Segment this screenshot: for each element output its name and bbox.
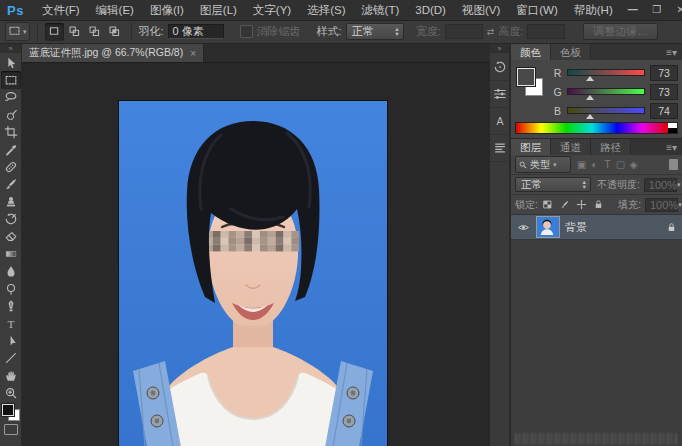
blur-tool[interactable] xyxy=(1,263,21,280)
pen-tool[interactable] xyxy=(1,297,21,314)
menu-9[interactable]: 视图(V) xyxy=(454,0,508,20)
menu-7[interactable]: 滤镜(T) xyxy=(354,0,408,20)
feather-input[interactable]: 0 像素 xyxy=(168,24,224,39)
paragraph-panel-icon[interactable] xyxy=(490,135,510,162)
history-brush-tool[interactable] xyxy=(1,211,21,228)
line-tool[interactable] xyxy=(1,350,21,367)
history-panel-icon[interactable] xyxy=(490,54,510,81)
fill-label: 填充: xyxy=(618,198,641,212)
menu-3[interactable]: 图像(I) xyxy=(142,0,192,20)
layer-thumbnail[interactable] xyxy=(536,216,560,238)
link-dimensions-icon[interactable]: ⇄ xyxy=(487,27,495,37)
lock-all-icon[interactable] xyxy=(593,199,604,210)
close-button[interactable]: ✕ xyxy=(669,0,682,20)
color-tab-2[interactable]: 色板 xyxy=(551,44,591,60)
channel-value[interactable]: 73 xyxy=(650,65,678,81)
filter-toggle-icon[interactable] xyxy=(669,159,678,170)
menu-6[interactable]: 选择(S) xyxy=(299,0,353,20)
eyedropper-tool[interactable] xyxy=(1,141,21,158)
menu-1[interactable]: 文件(F) xyxy=(34,0,88,20)
foreground-color-swatch[interactable] xyxy=(2,404,14,416)
channel-value[interactable]: 74 xyxy=(650,103,678,119)
lock-transparent-icon[interactable] xyxy=(542,199,553,210)
clone-stamp-tool[interactable] xyxy=(1,193,21,210)
adjustments-panel-icon[interactable] xyxy=(490,81,510,108)
menu-8[interactable]: 3D(D) xyxy=(407,0,454,20)
slider-thumb-icon[interactable] xyxy=(586,95,594,100)
document-tab[interactable]: 蓝底证件照.jpg @ 66.7%(RGB/8) × xyxy=(22,44,204,62)
menu-4[interactable]: 图层(L) xyxy=(192,0,245,20)
menu-5[interactable]: 文字(Y) xyxy=(245,0,299,20)
color-spectrum-bar[interactable] xyxy=(515,122,678,134)
quick-selection-tool[interactable] xyxy=(1,106,21,123)
document-tab-bar: 蓝底证件照.jpg @ 66.7%(RGB/8) × xyxy=(22,44,490,63)
gradient-tool[interactable] xyxy=(1,245,21,262)
hand-tool[interactable] xyxy=(1,367,21,384)
type-filter-icon[interactable]: T xyxy=(601,159,614,170)
rectangular-marquee-tool[interactable] xyxy=(1,71,21,88)
layer-visibility-eye-icon[interactable] xyxy=(516,223,531,232)
maximize-button[interactable]: ❐ xyxy=(645,0,669,20)
quick-mask-button[interactable] xyxy=(4,424,18,435)
spectrum-gradient[interactable] xyxy=(516,123,668,133)
lock-paint-icon[interactable] xyxy=(559,199,570,210)
eraser-tool[interactable] xyxy=(1,228,21,245)
antialias-checkbox[interactable] xyxy=(240,25,253,38)
panel-menu-icon[interactable]: ≡▾ xyxy=(661,44,682,60)
layer-name[interactable]: 背景 xyxy=(565,220,587,235)
tool-preset-button[interactable]: ▾ xyxy=(5,22,30,41)
channel-value[interactable]: 73 xyxy=(650,84,678,100)
layer-row[interactable]: 背景 xyxy=(511,215,682,240)
photo-document[interactable] xyxy=(119,101,387,446)
lasso-tool[interactable] xyxy=(1,89,21,106)
blend-mode-dropdown[interactable]: 正常 ▲▼ xyxy=(515,177,591,192)
style-dropdown[interactable]: 正常 ▲▼ xyxy=(346,23,404,40)
channel-slider[interactable] xyxy=(567,107,645,114)
add-to-selection-button[interactable] xyxy=(65,23,84,41)
intersect-selection-button[interactable] xyxy=(105,23,124,41)
channel-slider[interactable] xyxy=(567,88,645,95)
zoom-tool[interactable] xyxy=(1,384,21,401)
canvas-workspace[interactable] xyxy=(22,63,490,446)
opacity-value[interactable]: 100%▾ xyxy=(644,178,677,192)
toolbar-collapse-icon[interactable]: » xyxy=(0,44,21,53)
move-tool[interactable] xyxy=(1,54,21,71)
shape-filter-icon[interactable]: ▢ xyxy=(614,159,627,170)
brush-tool[interactable] xyxy=(1,176,21,193)
channel-slider[interactable] xyxy=(567,69,645,76)
new-selection-button[interactable] xyxy=(45,23,64,41)
menu-11[interactable]: 帮助(H) xyxy=(566,0,621,20)
spot-healing-brush-tool[interactable] xyxy=(1,158,21,175)
dock-collapse-icon[interactable]: » xyxy=(490,44,509,53)
minimize-button[interactable]: — xyxy=(621,0,645,20)
smart-object-filter-icon[interactable]: ◈ xyxy=(627,159,640,170)
panel-menu-icon[interactable]: ≡▾ xyxy=(661,139,682,155)
lock-move-icon[interactable] xyxy=(576,199,587,210)
filter-kind-dropdown[interactable]: 类型 ▾ xyxy=(515,156,571,173)
spectrum-bw-swatches[interactable] xyxy=(668,123,677,133)
fill-value[interactable]: 100%▾ xyxy=(645,198,678,212)
layers-tab-1[interactable]: 图层 xyxy=(511,139,551,155)
menu-10[interactable]: 窗口(W) xyxy=(508,0,566,20)
path-selection-tool[interactable] xyxy=(1,332,21,349)
character-panel-icon[interactable]: A xyxy=(490,108,510,135)
layers-tab-2[interactable]: 通道 xyxy=(551,139,591,155)
color-swatches[interactable] xyxy=(2,404,20,421)
layers-tab-3[interactable]: 路径 xyxy=(591,139,631,155)
ps-logo: Ps xyxy=(0,3,34,18)
slider-thumb-icon[interactable] xyxy=(586,76,594,81)
color-tab-1[interactable]: 颜色 xyxy=(511,44,551,60)
image-filter-icon[interactable]: ▣ xyxy=(575,159,588,170)
subtract-from-selection-button[interactable] xyxy=(85,23,104,41)
type-tool[interactable]: T xyxy=(1,315,21,332)
crop-tool[interactable] xyxy=(1,124,21,141)
foreground-color-swatch[interactable] xyxy=(517,68,535,86)
menu-2[interactable]: 编辑(E) xyxy=(88,0,142,20)
adjustment-filter-icon[interactable]: ◐ xyxy=(588,159,601,170)
slider-thumb-icon[interactable] xyxy=(586,114,594,119)
tab-close-icon[interactable]: × xyxy=(190,48,196,59)
refine-edge-button[interactable]: 调整边缘… xyxy=(583,23,658,40)
height-input[interactable] xyxy=(527,24,565,39)
dodge-tool[interactable] xyxy=(1,280,21,297)
width-input[interactable] xyxy=(445,24,483,39)
